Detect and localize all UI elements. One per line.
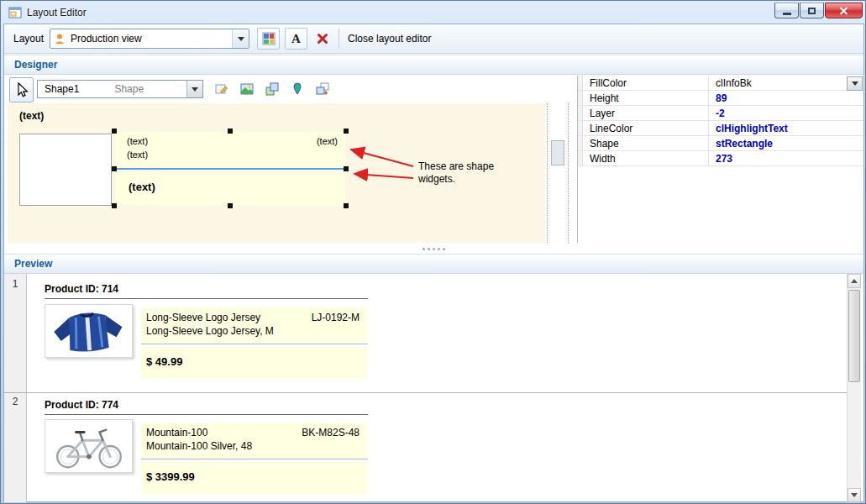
shape-combo-dropdown-button[interactable] (186, 81, 202, 97)
property-value[interactable]: -2 (709, 106, 863, 120)
user-icon (54, 33, 66, 45)
preview-row-gutter: 1 2 (4, 274, 27, 502)
fillcolor-dropdown-button[interactable] (847, 76, 863, 91)
select-tool-button[interactable] (9, 77, 34, 102)
panel-splitter[interactable] (3, 244, 864, 254)
property-name[interactable]: Shape (583, 136, 709, 150)
maximize-icon (808, 8, 816, 14)
property-value[interactable]: 89 (709, 91, 863, 105)
cursor-arrow-icon (14, 81, 29, 98)
underline (45, 298, 368, 299)
designer-scroll-thumb[interactable] (551, 140, 564, 165)
shape-widget-button[interactable] (261, 79, 282, 99)
product-code: LJ-0192-M (312, 312, 360, 323)
product-price-box: $ 49.99 (141, 347, 368, 379)
image-widget-placeholder[interactable] (19, 134, 112, 206)
preview-panel-header: Preview (4, 254, 863, 274)
property-name[interactable]: Width (583, 151, 709, 165)
property-grid: FillColor clInfoBk Height 89 Layer -2 Li… (577, 76, 863, 243)
product-description: Mountain-100 Silver, 48 (146, 440, 252, 452)
preview-scrollbar (847, 274, 861, 502)
scroll-up-button[interactable] (848, 274, 861, 288)
shape-widget-bottom[interactable]: (text) (115, 172, 345, 205)
product-price: $ 49.99 (146, 355, 182, 368)
shape-widgets-annotation: These are shape widgets. (418, 160, 506, 186)
designer-title: Designer (14, 59, 57, 71)
property-name[interactable]: FillColor (583, 76, 709, 90)
designer-canvas[interactable]: (text) (text) (text) (text) (text) (8, 103, 545, 243)
close-button[interactable] (825, 3, 863, 18)
splitter-grip-icon (438, 248, 440, 250)
property-row: Layer -2 (578, 106, 863, 121)
splitter-grip-icon (428, 248, 430, 250)
layout-view-combo[interactable]: Production view (50, 29, 249, 49)
edit-icon (215, 82, 228, 96)
product-price: $ 3399.99 (146, 470, 195, 483)
property-row: Shape stRectangle (578, 136, 863, 151)
close-icon (839, 7, 848, 15)
shape-selector-combo[interactable]: Shape1 Shape (37, 80, 203, 98)
product-code: BK-M82S-48 (302, 427, 360, 438)
red-x-icon (316, 32, 329, 45)
selection-handle[interactable] (228, 203, 233, 208)
color-grid-button[interactable] (257, 28, 280, 50)
window-title: Layout Editor (27, 7, 87, 18)
chevron-down-icon (852, 81, 858, 86)
delete-button[interactable] (311, 28, 333, 50)
shapes-icon (265, 82, 279, 96)
shape-name: Shape1 (45, 83, 79, 95)
shape-widget-top[interactable]: (text) (text) (text) (115, 132, 345, 170)
pin-icon (291, 82, 304, 96)
preview-row-2: Product ID: 774 Mount (27, 393, 847, 502)
property-value[interactable]: stRectangle (709, 136, 863, 150)
shape-type: Shape (114, 83, 144, 95)
chevron-up-icon (851, 279, 858, 283)
selection-handle[interactable] (228, 129, 233, 134)
property-row: Width 273 (578, 151, 863, 166)
property-name[interactable]: LineColor (583, 121, 709, 135)
product-id: Product ID: 714 (45, 283, 118, 295)
layout-view-dropdown-button[interactable] (232, 29, 249, 48)
product-info-box: Long-Sleeve Logo Jersey Long-Sleeve Logo… (141, 307, 368, 344)
property-row: FillColor clInfoBk (578, 76, 863, 91)
order-widget-button[interactable] (312, 79, 333, 99)
scroll-thumb[interactable] (848, 290, 860, 382)
property-name[interactable]: Layer (583, 106, 709, 120)
product-image-bike (45, 419, 133, 473)
property-value[interactable]: clHighlightText (709, 121, 863, 135)
pin-widget-button[interactable] (286, 79, 307, 99)
preview-title: Preview (14, 258, 52, 270)
property-value[interactable]: clInfoBk (709, 76, 863, 90)
property-value[interactable]: 273 (709, 151, 863, 165)
font-button[interactable]: A (285, 28, 307, 50)
product-id: Product ID: 774 (45, 399, 118, 411)
selection-handle[interactable] (112, 203, 117, 208)
edit-widget-button[interactable] (211, 79, 232, 99)
property-row: LineColor clHighlightText (578, 121, 863, 136)
selection-handle[interactable] (112, 166, 117, 171)
app-icon (8, 6, 22, 19)
selection-handle[interactable] (344, 203, 349, 208)
scroll-down-button[interactable] (848, 488, 861, 502)
minimize-button[interactable] (774, 3, 799, 18)
toolbar-separator (339, 29, 339, 49)
product-description: Long-Sleeve Logo Jersey, M (146, 325, 274, 337)
property-name[interactable]: Height (583, 91, 709, 105)
shape-text-bold: (text) (129, 181, 155, 193)
selected-shape-widget[interactable]: (text) (text) (text) (text) (114, 131, 346, 206)
close-layout-editor-button[interactable]: Close layout editor (348, 33, 431, 45)
image-widget-button[interactable] (236, 79, 257, 99)
shape-text-3: (text) (317, 136, 338, 146)
text-widget-label[interactable]: (text) (19, 110, 44, 122)
selection-handle[interactable] (344, 129, 349, 134)
preview-row-1: Product ID: 714 Long-Sleeve Logo Jersey … (27, 274, 847, 392)
property-row: Height 89 (578, 91, 863, 106)
splitter-grip-icon (433, 248, 435, 250)
selection-handle[interactable] (112, 129, 117, 134)
row-number: 1 (4, 278, 26, 290)
row-number: 2 (4, 396, 26, 407)
layout-view-value: Production view (71, 33, 232, 45)
maximize-button[interactable] (800, 3, 824, 18)
chevron-down-icon (238, 37, 244, 41)
underline (45, 414, 368, 415)
